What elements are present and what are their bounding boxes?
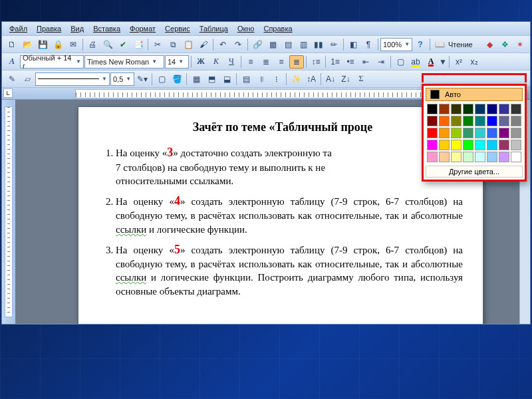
more-colors-button[interactable]: Другие цвета... <box>426 166 523 178</box>
zoom-combo[interactable]: 100% ▼ <box>380 38 412 51</box>
cut-icon[interactable]: ✂ <box>150 38 165 51</box>
color-swatch[interactable] <box>427 140 438 150</box>
autosum-icon[interactable]: Σ <box>354 72 368 86</box>
permission-icon[interactable]: 🔒 <box>51 38 65 51</box>
insert-table-icon2[interactable]: ▦ <box>189 72 203 86</box>
color-swatch[interactable] <box>511 152 521 162</box>
color-swatch[interactable] <box>463 140 473 150</box>
border-color-icon[interactable]: ✎▾ <box>135 72 150 86</box>
columns-icon[interactable]: ▮▮ <box>311 38 326 51</box>
menu-help[interactable]: Справка <box>259 23 297 34</box>
fontsize-combo[interactable]: 14 ▼ <box>165 55 189 68</box>
color-swatch[interactable] <box>475 140 485 150</box>
outside-border-icon[interactable]: ▢ <box>154 72 169 86</box>
align-right-icon[interactable]: ≡ <box>274 55 289 68</box>
color-swatch[interactable] <box>511 116 521 126</box>
menu-edit[interactable]: Правка <box>32 23 66 34</box>
format-painter-icon[interactable]: 🖌 <box>196 38 211 51</box>
color-swatch[interactable] <box>475 152 485 162</box>
undo-icon[interactable]: ↶ <box>215 38 230 51</box>
copy-icon[interactable]: ⧉ <box>166 38 180 51</box>
bold-button[interactable]: Ж <box>194 55 208 68</box>
color-swatch[interactable] <box>439 116 450 126</box>
color-swatch[interactable] <box>511 128 521 138</box>
color-swatch[interactable] <box>499 140 509 150</box>
color-swatch[interactable] <box>487 116 497 126</box>
borders-icon[interactable]: ▢ <box>393 55 408 68</box>
new-doc-icon[interactable]: 🗋 <box>5 38 19 51</box>
doc-map-icon[interactable]: ◧ <box>346 38 360 51</box>
color-swatch[interactable] <box>487 140 497 150</box>
color-swatch[interactable] <box>475 116 485 126</box>
superscript-icon[interactable]: x² <box>452 55 466 68</box>
paste-icon[interactable]: 📋 <box>181 38 196 51</box>
color-swatch[interactable] <box>463 152 473 162</box>
menu-table[interactable]: Таблица <box>195 23 233 34</box>
color-swatch[interactable] <box>499 152 509 162</box>
ext1-icon[interactable]: ◆ <box>482 38 497 51</box>
reading-label[interactable]: Чтение <box>448 41 475 49</box>
print-icon[interactable]: 🖨 <box>85 38 100 51</box>
color-swatch[interactable] <box>439 140 450 150</box>
ext3-icon[interactable]: ✶ <box>513 38 527 51</box>
align-left-icon[interactable]: ≡ <box>243 55 258 68</box>
spellcheck-icon[interactable]: ✔ <box>116 38 130 51</box>
insert-worksheet-icon[interactable]: ▥ <box>296 38 311 51</box>
color-swatch[interactable] <box>475 128 485 138</box>
align-cells-icon[interactable]: ▤ <box>239 72 253 86</box>
open-icon[interactable]: 📂 <box>20 38 35 51</box>
menu-window[interactable]: Окно <box>233 23 259 34</box>
color-swatch[interactable] <box>427 152 438 162</box>
autoformat-icon[interactable]: ✨ <box>289 72 303 86</box>
menu-tools[interactable]: Сервис <box>160 23 195 34</box>
italic-button[interactable]: К <box>209 55 223 68</box>
subscript-icon[interactable]: x₂ <box>467 55 481 68</box>
merge-cells-icon[interactable]: ⬒ <box>204 72 219 86</box>
sort-asc-icon[interactable]: A↓ <box>323 72 338 86</box>
eraser-icon[interactable]: ▱ <box>20 72 35 86</box>
mail-icon[interactable]: ✉ <box>66 38 80 51</box>
split-cells-icon[interactable]: ⬓ <box>219 72 234 86</box>
style-combo[interactable]: Обычный + 14 г ▼ <box>20 55 84 68</box>
font-combo[interactable]: Times New Roman ▼ <box>84 55 164 68</box>
ruler[interactable] <box>75 89 448 98</box>
color-swatch[interactable] <box>511 104 521 114</box>
color-swatch[interactable] <box>463 128 473 138</box>
color-swatch[interactable] <box>499 128 509 138</box>
color-swatch[interactable] <box>475 104 485 114</box>
highlight-icon[interactable]: ab <box>408 55 423 68</box>
color-swatch[interactable] <box>487 152 497 162</box>
color-swatch[interactable] <box>427 116 438 126</box>
draw-table-icon[interactable]: ✎ <box>5 72 19 86</box>
tables-borders-icon[interactable]: ▦ <box>265 38 280 51</box>
color-swatch[interactable] <box>463 104 473 114</box>
distribute-cols-icon[interactable]: ⫶ <box>269 72 284 86</box>
insert-table-icon[interactable]: ▤ <box>281 38 295 51</box>
save-icon[interactable]: 💾 <box>35 38 50 51</box>
hyperlink-icon[interactable]: 🔗 <box>250 38 265 51</box>
reading-layout-icon[interactable]: 📖 <box>432 38 447 51</box>
color-swatch[interactable] <box>487 128 497 138</box>
distribute-rows-icon[interactable]: ⫴ <box>254 72 269 86</box>
menu-format[interactable]: Формат <box>125 23 160 34</box>
underline-button[interactable]: Ч <box>224 55 239 68</box>
color-swatch[interactable] <box>487 104 497 114</box>
color-swatch[interactable] <box>451 116 462 126</box>
font-color-dropdown[interactable]: ▼ <box>439 55 447 68</box>
styles-pane-icon[interactable]: A <box>5 55 19 68</box>
align-center-icon[interactable]: ≣ <box>259 55 273 68</box>
font-color-button[interactable]: A <box>424 55 438 68</box>
color-swatch[interactable] <box>439 104 450 114</box>
text-direction-icon[interactable]: ↕A <box>304 72 319 86</box>
color-swatch[interactable] <box>439 128 450 138</box>
color-swatch[interactable] <box>427 128 438 138</box>
color-auto-button[interactable]: Авто <box>426 88 523 101</box>
bullets-icon[interactable]: •≡ <box>343 55 358 68</box>
color-swatch[interactable] <box>511 140 521 150</box>
shading-color-icon[interactable]: 🪣 <box>170 72 184 86</box>
line-style-combo[interactable]: ▼ <box>35 72 110 86</box>
drawing-icon[interactable]: ✏ <box>327 38 341 51</box>
color-swatch[interactable] <box>439 152 450 162</box>
increase-indent-icon[interactable]: ⇥ <box>374 55 388 68</box>
tab-selector[interactable]: L <box>3 88 13 98</box>
